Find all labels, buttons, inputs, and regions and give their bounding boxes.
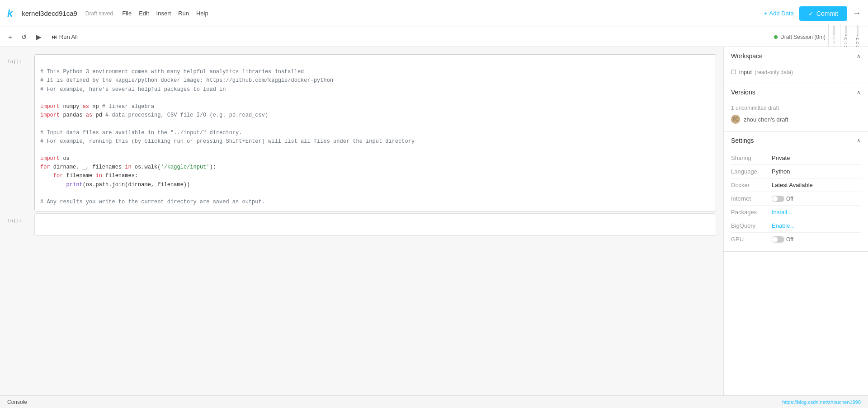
settings-value-packages[interactable]: Install...: [772, 209, 861, 216]
workspace-item-suffix: (read-only data): [755, 69, 793, 75]
settings-section: Settings ∧ Sharing Private Language Pyth…: [724, 131, 868, 252]
add-data-icon: +: [764, 10, 768, 17]
settings-label-sharing: Sharing: [731, 155, 772, 161]
expand-panel-icon[interactable]: →: [853, 9, 861, 18]
settings-content: Sharing Private Language Python Docker L…: [724, 150, 868, 251]
menu-help[interactable]: Help: [196, 10, 208, 17]
folder-icon: ☐: [731, 69, 736, 75]
session-status-dot: [774, 35, 778, 39]
internet-toggle-label: Off: [786, 196, 793, 202]
settings-header[interactable]: Settings ∧: [724, 131, 868, 150]
settings-chevron-icon: ∧: [857, 137, 861, 144]
workspace-item-input: ☐ input (read-only data): [731, 67, 861, 77]
settings-label-internet: Internet: [731, 195, 772, 202]
ram-bar: RAM: [840, 24, 851, 49]
cpu-bar: CPU: [828, 24, 839, 49]
settings-row-bigquery: BigQuery Enable...: [731, 219, 861, 233]
settings-value-sharing[interactable]: Private: [772, 155, 861, 161]
topbar: k kernel3decd91ca9 Draft saved File Edit…: [0, 0, 868, 27]
versions-title: Versions: [731, 89, 755, 96]
run-button[interactable]: ▶: [33, 31, 44, 43]
workspace-item-label: input: [739, 69, 752, 75]
workspace-chevron-icon: ∧: [857, 53, 861, 59]
settings-row-gpu: GPU Off: [731, 233, 861, 246]
cell-label-1: In[]:: [7, 54, 34, 65]
versions-header[interactable]: Versions ∧: [724, 83, 868, 101]
version-draft-label: 1 uncommitted draft: [731, 103, 861, 113]
topbar-right: + Add Data ✓ Commit →: [764, 6, 861, 21]
commit-check-icon: ✓: [808, 10, 814, 17]
run-all-label: Run All: [59, 33, 78, 40]
settings-row-docker: Docker Latest Available: [731, 178, 861, 192]
toolbar-actions: + ↺ ▶ ⏭ Run All: [5, 31, 81, 43]
cell-label-2: In[]:: [7, 213, 34, 224]
add-data-label: Add Data: [769, 10, 794, 17]
settings-label-packages: Packages: [731, 209, 772, 216]
settings-label-docker: Docker: [731, 182, 772, 188]
settings-label-bigquery: BigQuery: [731, 222, 772, 229]
add-cell-button[interactable]: +: [5, 31, 15, 42]
settings-row-internet: Internet Off: [731, 192, 861, 206]
menu-run[interactable]: Run: [178, 10, 189, 17]
session-info: Draft Session (0m) CPU RAM HDD: [774, 24, 863, 49]
version-name: zhou chen's draft: [744, 116, 788, 123]
settings-row-sharing: Sharing Private: [731, 151, 861, 165]
settings-value-language[interactable]: Python: [772, 168, 861, 175]
right-panel: Workspace ∧ ☐ input (read-only data) Ver…: [723, 47, 868, 395]
code-content-1: # This Python 3 environment comes with m…: [35, 55, 716, 211]
notebook-area[interactable]: In[]: # This Python 3 environment comes …: [0, 47, 723, 395]
cell-wrapper-1: In[]: # This Python 3 environment comes …: [0, 54, 723, 211]
toolbar: + ↺ ▶ ⏭ Run All Draft Session (0m) CPU R…: [0, 27, 868, 47]
kaggle-logo: k: [7, 8, 13, 19]
workspace-header[interactable]: Workspace ∧: [724, 47, 868, 65]
versions-section: Versions ∧ 1 uncommitted draft ZC zhou c…: [724, 83, 868, 131]
menu-insert[interactable]: Insert: [156, 10, 171, 17]
menu-edit[interactable]: Edit: [139, 10, 149, 17]
statusbar-left-label: Console: [7, 399, 27, 405]
menu-file[interactable]: File: [122, 10, 132, 17]
run-all-button[interactable]: ⏭ Run All: [48, 32, 81, 42]
resource-bars: CPU RAM HDD: [828, 24, 863, 49]
version-item-1: ZC zhou chen's draft: [731, 113, 861, 126]
commit-label: Commit: [816, 10, 838, 17]
settings-title: Settings: [731, 137, 754, 144]
settings-value-bigquery[interactable]: Enable...: [772, 222, 861, 229]
notebook-title: kernel3decd91ca9: [22, 9, 77, 17]
statusbar: Console https://blog.csdn.net/zhouchen19…: [0, 395, 868, 408]
versions-content: 1 uncommitted draft ZC zhou chen's draft: [724, 101, 868, 131]
add-data-button[interactable]: + Add Data: [764, 10, 794, 17]
workspace-section: Workspace ∧ ☐ input (read-only data): [724, 47, 868, 83]
gpu-toggle[interactable]: Off: [772, 236, 793, 243]
settings-value-docker[interactable]: Latest Available: [772, 182, 861, 188]
gpu-toggle-label: Off: [786, 236, 793, 243]
workspace-content: ☐ input (read-only data): [724, 65, 868, 83]
top-menus: File Edit Insert Run Help: [122, 10, 208, 17]
cell-box-1[interactable]: # This Python 3 environment comes with m…: [34, 54, 716, 211]
run-all-icon: ⏭: [52, 33, 57, 40]
settings-label-gpu: GPU: [731, 236, 772, 243]
hdd-bar: HDD: [852, 24, 863, 49]
versions-chevron-icon: ∧: [857, 89, 861, 95]
cell-box-2[interactable]: [34, 213, 716, 236]
internet-toggle[interactable]: Off: [772, 196, 793, 202]
settings-label-language: Language: [731, 168, 772, 175]
settings-row-packages: Packages Install...: [731, 206, 861, 219]
settings-row-language: Language Python: [731, 165, 861, 178]
workspace-title: Workspace: [731, 52, 763, 60]
commit-button[interactable]: ✓ Commit: [799, 6, 847, 21]
draft-saved-label: Draft saved: [85, 10, 113, 17]
main-layout: In[]: # This Python 3 environment comes …: [0, 47, 868, 395]
avatar: ZC: [731, 115, 740, 124]
statusbar-url[interactable]: https://blog.csdn.net/zhouchen1998: [782, 399, 861, 405]
cell-wrapper-2: In[]:: [0, 213, 723, 236]
refresh-button[interactable]: ↺: [19, 31, 30, 43]
session-label: Draft Session (0m): [780, 34, 826, 40]
